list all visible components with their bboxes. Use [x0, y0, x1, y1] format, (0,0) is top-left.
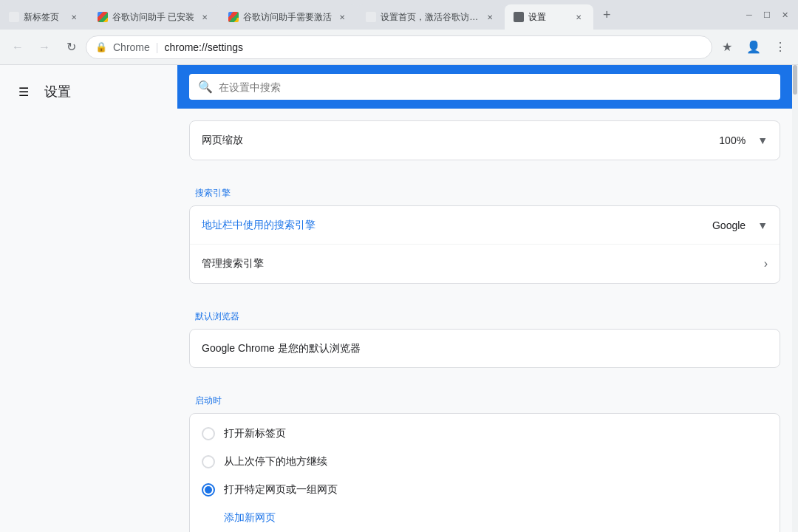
- address-bar-search-label: 地址栏中使用的搜索引擎: [202, 219, 712, 232]
- tab-close-2[interactable]: ✕: [199, 11, 211, 23]
- default-browser-text: Google Chrome 是您的默认浏览器: [202, 342, 361, 354]
- startup-newtab-radio[interactable]: [202, 427, 215, 440]
- add-new-page-link[interactable]: 添加新网页: [224, 507, 746, 529]
- forward-button[interactable]: →: [33, 35, 56, 59]
- back-button[interactable]: ←: [6, 35, 30, 59]
- tab-close-1[interactable]: ✕: [68, 11, 80, 23]
- scrollbar[interactable]: [792, 65, 798, 532]
- search-bar-area: 🔍: [177, 65, 792, 109]
- search-engine-section-label: 搜索引擎: [189, 172, 780, 205]
- search-icon: 🔍: [198, 80, 213, 94]
- startup-continue-row[interactable]: 从上次停下的地方继续: [190, 448, 780, 476]
- refresh-icon: ↻: [66, 40, 76, 54]
- close-button[interactable]: ✕: [777, 7, 792, 22]
- refresh-button[interactable]: ↻: [59, 35, 83, 59]
- browser-frame: 新标签页 ✕ 谷歌访问助手 已安装 ✕ 谷歌访问助手需要激活 ✕ 设置首页，激活…: [0, 0, 798, 532]
- page-zoom-card: 网页缩放 100% ▼: [189, 120, 780, 160]
- tab-title-2: 谷歌访问助手 已安装: [112, 11, 194, 24]
- hamburger-icon: ☰: [18, 85, 29, 99]
- search-engine-value-text: Google: [712, 219, 746, 231]
- startup-links: 添加新网页 使用当前网页: [190, 504, 780, 532]
- default-browser-section-label: 默认浏览器: [189, 296, 780, 329]
- tab-title-1: 新标签页: [24, 11, 64, 24]
- back-icon: ←: [12, 41, 24, 54]
- page-zoom-row: 网页缩放 100% ▼: [190, 121, 780, 160]
- address-bar-link[interactable]: 地址栏中使用的搜索引擎: [202, 219, 316, 231]
- address-bar-search-row: 地址栏中使用的搜索引擎 Google ▼: [190, 206, 780, 245]
- tab-favicon-4: [366, 12, 376, 22]
- menu-button[interactable]: ⋮: [768, 35, 792, 59]
- forward-icon: →: [38, 41, 50, 54]
- tab-close-4[interactable]: ✕: [484, 11, 496, 23]
- startup-continue-label: 从上次停下的地方继续: [224, 455, 327, 468]
- toolbar-actions: ★ 👤 ⋮: [715, 35, 792, 59]
- page-zoom-value-text: 100%: [719, 134, 746, 146]
- browser-name-label: Chrome: [113, 41, 150, 53]
- page-zoom-value[interactable]: 100% ▼: [719, 134, 768, 146]
- search-input[interactable]: [219, 81, 771, 93]
- startup-specific-radio[interactable]: [202, 483, 215, 497]
- tab-close-5[interactable]: ✕: [573, 11, 584, 23]
- scroll-thumb[interactable]: [793, 65, 797, 95]
- default-browser-card: Google Chrome 是您的默认浏览器: [189, 329, 780, 368]
- menu-icon: ⋮: [774, 40, 786, 54]
- content-area: 网页缩放 100% ▼ 搜索引擎 地址栏中使用的搜索引擎: [177, 120, 792, 532]
- toolbar: ← → ↻ 🔒 Chrome | chrome://settings ★ 👤 ⋮: [0, 30, 798, 65]
- tab-newtab[interactable]: 新标签页 ✕: [0, 4, 89, 30]
- browser-content: ☰ 设置 🔍 网页缩放: [0, 65, 798, 532]
- dropdown-arrow-icon: ▼: [757, 134, 768, 146]
- tab-title-5: 设置: [528, 11, 568, 24]
- startup-card: 打开新标签页 从上次停下的地方继续 打开特定网页或一组网页: [189, 413, 780, 532]
- search-input-wrap: 🔍: [189, 74, 780, 100]
- profile-icon: 👤: [746, 40, 761, 54]
- startup-newtab-row[interactable]: 打开新标签页: [190, 420, 780, 448]
- tab-assistant-activate[interactable]: 谷歌访问助手需要激活 ✕: [219, 4, 357, 30]
- main-content: 🔍 网页缩放 100% ▼: [177, 65, 792, 532]
- search-engine-dropdown-icon: ▼: [757, 219, 768, 231]
- startup-section-label: 启动时: [189, 380, 780, 413]
- search-engine-card: 地址栏中使用的搜索引擎 Google ▼ 管理搜索引擎 ›: [189, 205, 780, 284]
- new-tab-button[interactable]: +: [596, 4, 617, 25]
- tab-title-4: 设置首页，激活谷歌访问...: [381, 11, 480, 24]
- maximize-button[interactable]: ☐: [760, 7, 774, 22]
- tab-settings-home[interactable]: 设置首页，激活谷歌访问... ✕: [357, 4, 505, 30]
- bookmark-button[interactable]: ★: [715, 35, 739, 59]
- address-bar[interactable]: 🔒 Chrome | chrome://settings: [86, 35, 712, 59]
- settings-page: ☰ 设置 🔍 网页缩放: [0, 65, 798, 532]
- startup-specific-label: 打开特定网页或一组网页: [224, 483, 338, 497]
- chevron-right-icon: ›: [764, 257, 768, 270]
- search-engine-value[interactable]: Google ▼: [712, 219, 768, 231]
- sidebar: ☰ 设置: [0, 65, 177, 532]
- tab-favicon-2: [98, 12, 108, 22]
- startup-continue-radio[interactable]: [202, 455, 215, 468]
- window-controls: ─ ☐ ✕: [742, 7, 798, 22]
- startup-newtab-label: 打开新标签页: [224, 427, 286, 440]
- tab-bar: 新标签页 ✕ 谷歌访问助手 已安装 ✕ 谷歌访问助手需要激活 ✕ 设置首页，激活…: [0, 0, 798, 30]
- minimize-button[interactable]: ─: [742, 7, 757, 22]
- tab-close-3[interactable]: ✕: [336, 11, 348, 23]
- lock-icon: 🔒: [95, 41, 107, 52]
- tab-title-3: 谷歌访问助手需要激活: [243, 11, 332, 24]
- hamburger-menu[interactable]: ☰: [12, 80, 35, 103]
- url-text: chrome://settings: [164, 41, 243, 53]
- tab-assistant-installed[interactable]: 谷歌访问助手 已安装 ✕: [89, 4, 219, 30]
- tab-favicon-5: [514, 12, 524, 22]
- tab-settings-active[interactable]: 设置 ✕: [505, 4, 593, 30]
- tab-favicon-3: [228, 12, 239, 22]
- manage-search-engines-label: 管理搜索引擎: [202, 257, 764, 270]
- sidebar-title: 设置: [44, 83, 71, 100]
- manage-search-engines-row[interactable]: 管理搜索引擎 ›: [190, 245, 780, 283]
- bookmark-icon: ★: [722, 40, 732, 54]
- page-zoom-label: 网页缩放: [202, 134, 719, 147]
- startup-specific-row[interactable]: 打开特定网页或一组网页: [190, 476, 780, 504]
- profile-button[interactable]: 👤: [742, 35, 765, 59]
- sidebar-header: ☰ 设置: [0, 71, 177, 112]
- tab-favicon-1: [9, 12, 19, 22]
- address-separator: |: [156, 41, 159, 53]
